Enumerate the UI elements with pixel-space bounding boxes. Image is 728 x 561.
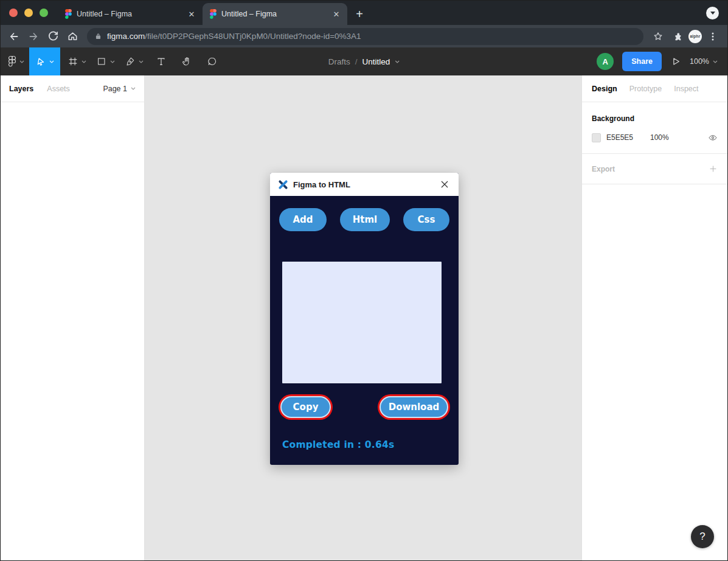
close-icon[interactable] bbox=[439, 179, 450, 190]
home-button[interactable] bbox=[64, 28, 81, 45]
frame-tool-button[interactable] bbox=[63, 47, 91, 75]
plugin-modal-body: Add Html Css Copy Download Completed in … bbox=[270, 196, 459, 465]
breadcrumb-folder[interactable]: Drafts bbox=[328, 57, 350, 66]
chevron-down-icon bbox=[710, 12, 715, 15]
tab-assets[interactable]: Assets bbox=[47, 85, 70, 93]
hand-icon bbox=[181, 56, 192, 67]
tab-design[interactable]: Design bbox=[592, 85, 617, 93]
export-add-button[interactable] bbox=[709, 164, 718, 173]
zoom-level: 100% bbox=[690, 57, 709, 66]
figma-favicon bbox=[210, 9, 217, 19]
chevron-down-icon[interactable] bbox=[395, 60, 400, 63]
tab-close-icon[interactable]: ✕ bbox=[187, 9, 196, 19]
figma-favicon bbox=[65, 9, 72, 19]
main-menu-button[interactable] bbox=[1, 47, 29, 75]
tab-overview-button[interactable] bbox=[706, 7, 719, 19]
text-tool-button[interactable] bbox=[151, 47, 172, 75]
bookmark-star-icon[interactable] bbox=[650, 28, 667, 45]
chevron-down-icon bbox=[19, 60, 24, 63]
traffic-light-minimize-button[interactable] bbox=[24, 9, 33, 17]
tab-prototype[interactable]: Prototype bbox=[629, 85, 662, 93]
breadcrumb-filename[interactable]: Untitled bbox=[362, 57, 390, 66]
color-swatch[interactable] bbox=[592, 133, 601, 142]
copy-button[interactable]: Copy bbox=[280, 396, 331, 418]
hand-tool-button[interactable] bbox=[176, 47, 197, 75]
url-path: /file/t0DP2PGephS48UNTj0KpM0/Untitled?no… bbox=[145, 32, 361, 41]
figma-logo-icon bbox=[8, 55, 16, 68]
comment-tool-button[interactable] bbox=[202, 47, 223, 75]
window-controls bbox=[1, 1, 58, 25]
browser-tab-2-active[interactable]: Untitled – Figma ✕ bbox=[203, 3, 347, 25]
move-cursor-icon bbox=[35, 56, 46, 67]
plugin-modal: Figma to HTML Add Html Css Copy Download bbox=[270, 173, 459, 465]
breadcrumb: Drafts / Untitled bbox=[328, 57, 400, 66]
lock-icon bbox=[94, 32, 102, 41]
plugin-icon bbox=[279, 180, 288, 189]
properties-panel: Design Prototype Inspect Background E5E5… bbox=[581, 75, 727, 560]
tab-title: Untitled – Figma bbox=[77, 10, 182, 18]
url-text: figma.com/file/t0DP2PGephS48UNTj0KpM0/Un… bbox=[107, 32, 361, 41]
reload-button[interactable] bbox=[44, 28, 61, 45]
export-section-title: Export bbox=[592, 165, 615, 173]
comment-bubble-icon bbox=[207, 56, 218, 67]
status-text: Completed in : 0.64s bbox=[282, 439, 394, 450]
chevron-down-icon bbox=[713, 60, 718, 63]
tab-inspect[interactable]: Inspect bbox=[674, 85, 698, 93]
back-button[interactable] bbox=[5, 28, 23, 45]
url-domain: figma.com bbox=[107, 32, 145, 41]
app-window: Untitled – Figma ✕ Untitled – Figma ✕ + bbox=[0, 0, 728, 561]
preview-area bbox=[282, 262, 442, 383]
frame-icon bbox=[68, 56, 78, 67]
opacity-value[interactable]: 100% bbox=[650, 133, 708, 142]
browser-toolbar: figma.com/file/t0DP2PGephS48UNTj0KpM0/Un… bbox=[1, 25, 727, 47]
traffic-light-zoom-button[interactable] bbox=[40, 9, 48, 17]
tab-layers[interactable]: Layers bbox=[9, 85, 33, 93]
canvas[interactable]: Figma to HTML Add Html Css Copy Download bbox=[145, 75, 581, 560]
chevron-down-icon bbox=[81, 60, 86, 63]
breadcrumb-separator: / bbox=[355, 57, 358, 66]
share-button[interactable]: Share bbox=[622, 52, 662, 71]
download-button[interactable]: Download bbox=[380, 396, 448, 418]
browser-tab-strip: Untitled – Figma ✕ Untitled – Figma ✕ + bbox=[1, 1, 727, 25]
background-section-title: Background bbox=[592, 114, 718, 123]
traffic-light-close-button[interactable] bbox=[9, 9, 18, 17]
zoom-menu-button[interactable]: 100% bbox=[690, 57, 718, 66]
layers-panel: Layers Assets Page 1 bbox=[1, 75, 145, 560]
new-tab-button[interactable]: + bbox=[351, 5, 368, 23]
plugin-modal-header[interactable]: Figma to HTML bbox=[270, 173, 459, 196]
page-selector-label: Page 1 bbox=[103, 85, 127, 93]
chevron-down-icon bbox=[110, 60, 115, 63]
pen-tool-button[interactable] bbox=[120, 47, 148, 75]
url-bar[interactable]: figma.com/file/t0DP2PGephS48UNTj0KpM0/Un… bbox=[87, 28, 643, 45]
tab-close-icon[interactable]: ✕ bbox=[331, 9, 341, 19]
extensions-icon[interactable] bbox=[669, 28, 686, 45]
rectangle-tool-button[interactable] bbox=[91, 47, 120, 75]
css-button[interactable]: Css bbox=[403, 208, 449, 231]
browser-tab-1[interactable]: Untitled – Figma ✕ bbox=[58, 3, 203, 25]
help-button[interactable]: ? bbox=[691, 525, 714, 548]
visibility-eye-icon[interactable] bbox=[708, 133, 718, 142]
move-tool-button[interactable] bbox=[29, 47, 60, 75]
chevron-down-icon bbox=[49, 60, 54, 63]
chevron-down-icon bbox=[131, 87, 136, 90]
html-button[interactable]: Html bbox=[340, 208, 390, 231]
rectangle-icon bbox=[96, 56, 107, 67]
chevron-down-icon bbox=[139, 60, 144, 63]
user-avatar[interactable]: A bbox=[597, 53, 614, 70]
add-button[interactable]: Add bbox=[279, 208, 327, 231]
pen-icon bbox=[125, 56, 136, 67]
browser-menu-icon[interactable] bbox=[704, 28, 721, 45]
text-icon bbox=[156, 56, 167, 67]
page-selector[interactable]: Page 1 bbox=[103, 85, 136, 93]
plugin-title: Figma to HTML bbox=[293, 180, 434, 189]
export-section: Export bbox=[582, 154, 727, 184]
color-hex-value[interactable]: E5E5E5 bbox=[606, 133, 650, 142]
profile-avatar[interactable]: alphr bbox=[688, 30, 702, 43]
figma-toolbar: Drafts / Untitled A Share 100% bbox=[1, 47, 727, 75]
tab-title: Untitled – Figma bbox=[221, 10, 327, 18]
present-button[interactable] bbox=[670, 56, 681, 67]
forward-button[interactable] bbox=[25, 28, 42, 45]
